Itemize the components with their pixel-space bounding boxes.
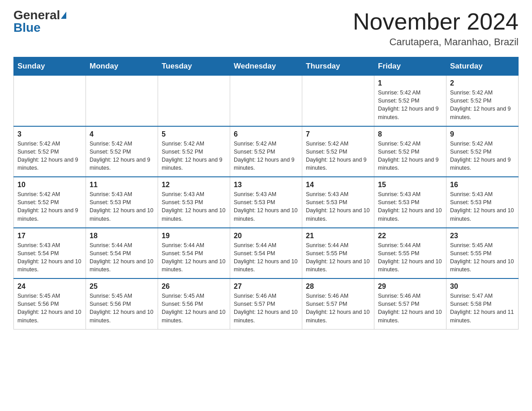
calendar-cell	[14, 76, 86, 126]
day-number: 24	[17, 283, 82, 291]
calendar-cell: 6Sunrise: 5:42 AM Sunset: 5:52 PM Daylig…	[230, 126, 302, 177]
calendar-cell: 20Sunrise: 5:44 AM Sunset: 5:54 PM Dayli…	[230, 228, 302, 279]
day-info: Sunrise: 5:42 AM Sunset: 5:52 PM Dayligh…	[90, 140, 154, 172]
header-saturday: Saturday	[446, 57, 519, 76]
day-info: Sunrise: 5:44 AM Sunset: 5:54 PM Dayligh…	[162, 241, 226, 274]
day-number: 25	[90, 283, 154, 291]
header-sunday: Sunday	[14, 57, 86, 76]
day-info: Sunrise: 5:45 AM Sunset: 5:55 PM Dayligh…	[450, 241, 515, 274]
calendar-cell: 7Sunrise: 5:42 AM Sunset: 5:52 PM Daylig…	[302, 126, 374, 177]
calendar-cell: 17Sunrise: 5:43 AM Sunset: 5:54 PM Dayli…	[14, 228, 86, 279]
day-number: 29	[378, 283, 442, 291]
calendar-cell: 22Sunrise: 5:44 AM Sunset: 5:55 PM Dayli…	[374, 228, 446, 279]
day-number: 4	[90, 130, 154, 138]
calendar-cell: 10Sunrise: 5:42 AM Sunset: 5:52 PM Dayli…	[14, 177, 86, 228]
day-number: 23	[450, 232, 515, 240]
calendar-cell: 29Sunrise: 5:46 AM Sunset: 5:57 PM Dayli…	[374, 278, 446, 329]
day-number: 16	[450, 181, 515, 189]
calendar-cell: 5Sunrise: 5:42 AM Sunset: 5:52 PM Daylig…	[158, 126, 230, 177]
calendar-week-row: 3Sunrise: 5:42 AM Sunset: 5:52 PM Daylig…	[14, 126, 519, 177]
day-number: 17	[17, 232, 82, 240]
calendar-cell: 26Sunrise: 5:45 AM Sunset: 5:56 PM Dayli…	[158, 278, 230, 329]
calendar-week-row: 17Sunrise: 5:43 AM Sunset: 5:54 PM Dayli…	[14, 228, 519, 279]
day-number: 15	[378, 181, 442, 189]
day-info: Sunrise: 5:43 AM Sunset: 5:53 PM Dayligh…	[306, 190, 370, 223]
calendar-week-row: 1Sunrise: 5:42 AM Sunset: 5:52 PM Daylig…	[14, 76, 519, 126]
calendar-cell: 21Sunrise: 5:44 AM Sunset: 5:55 PM Dayli…	[302, 228, 374, 279]
calendar-week-row: 24Sunrise: 5:45 AM Sunset: 5:56 PM Dayli…	[14, 278, 519, 329]
calendar-cell: 12Sunrise: 5:43 AM Sunset: 5:53 PM Dayli…	[158, 177, 230, 228]
day-info: Sunrise: 5:42 AM Sunset: 5:52 PM Dayligh…	[450, 140, 515, 172]
day-info: Sunrise: 5:43 AM Sunset: 5:54 PM Dayligh…	[17, 241, 82, 274]
day-number: 7	[306, 130, 370, 138]
header-tuesday: Tuesday	[158, 57, 230, 76]
day-info: Sunrise: 5:42 AM Sunset: 5:52 PM Dayligh…	[378, 140, 442, 172]
day-info: Sunrise: 5:46 AM Sunset: 5:57 PM Dayligh…	[306, 292, 370, 325]
logo: General Blue	[13, 9, 66, 34]
day-number: 9	[450, 130, 515, 138]
day-number: 21	[306, 232, 370, 240]
day-number: 26	[162, 283, 226, 291]
day-number: 1	[378, 79, 442, 87]
header-monday: Monday	[86, 57, 158, 76]
day-info: Sunrise: 5:42 AM Sunset: 5:52 PM Dayligh…	[378, 89, 442, 121]
day-number: 6	[234, 130, 298, 138]
header-thursday: Thursday	[302, 57, 374, 76]
calendar-cell: 25Sunrise: 5:45 AM Sunset: 5:56 PM Dayli…	[86, 278, 158, 329]
day-number: 22	[378, 232, 442, 240]
calendar-cell	[86, 76, 158, 126]
day-info: Sunrise: 5:44 AM Sunset: 5:55 PM Dayligh…	[378, 241, 442, 274]
day-info: Sunrise: 5:43 AM Sunset: 5:53 PM Dayligh…	[90, 190, 154, 223]
day-number: 5	[162, 130, 226, 138]
calendar-cell: 28Sunrise: 5:46 AM Sunset: 5:57 PM Dayli…	[302, 278, 374, 329]
calendar-week-row: 10Sunrise: 5:42 AM Sunset: 5:52 PM Dayli…	[14, 177, 519, 228]
location-text: Carutapera, Maranhao, Brazil	[353, 36, 519, 48]
day-info: Sunrise: 5:42 AM Sunset: 5:52 PM Dayligh…	[162, 140, 226, 172]
day-number: 27	[234, 283, 298, 291]
calendar-cell: 23Sunrise: 5:45 AM Sunset: 5:55 PM Dayli…	[446, 228, 519, 279]
calendar-cell: 8Sunrise: 5:42 AM Sunset: 5:52 PM Daylig…	[374, 126, 446, 177]
title-area: November 2024 Carutapera, Maranhao, Braz…	[353, 9, 519, 48]
calendar-header-row: SundayMondayTuesdayWednesdayThursdayFrid…	[14, 57, 519, 76]
day-info: Sunrise: 5:46 AM Sunset: 5:57 PM Dayligh…	[378, 292, 442, 325]
logo-blue-text: Blue	[13, 21, 41, 34]
calendar-cell	[230, 76, 302, 126]
day-info: Sunrise: 5:45 AM Sunset: 5:56 PM Dayligh…	[17, 292, 82, 325]
calendar-cell: 27Sunrise: 5:46 AM Sunset: 5:57 PM Dayli…	[230, 278, 302, 329]
day-info: Sunrise: 5:44 AM Sunset: 5:54 PM Dayligh…	[234, 241, 298, 274]
calendar-cell: 4Sunrise: 5:42 AM Sunset: 5:52 PM Daylig…	[86, 126, 158, 177]
calendar-cell: 16Sunrise: 5:43 AM Sunset: 5:53 PM Dayli…	[446, 177, 519, 228]
calendar-cell: 14Sunrise: 5:43 AM Sunset: 5:53 PM Dayli…	[302, 177, 374, 228]
header-friday: Friday	[374, 57, 446, 76]
day-number: 12	[162, 181, 226, 189]
calendar-cell: 18Sunrise: 5:44 AM Sunset: 5:54 PM Dayli…	[86, 228, 158, 279]
day-number: 13	[234, 181, 298, 189]
day-info: Sunrise: 5:42 AM Sunset: 5:52 PM Dayligh…	[234, 140, 298, 172]
day-number: 30	[450, 283, 515, 291]
day-number: 19	[162, 232, 226, 240]
day-info: Sunrise: 5:42 AM Sunset: 5:52 PM Dayligh…	[17, 190, 82, 223]
day-info: Sunrise: 5:45 AM Sunset: 5:56 PM Dayligh…	[90, 292, 154, 325]
day-number: 14	[306, 181, 370, 189]
calendar-cell: 19Sunrise: 5:44 AM Sunset: 5:54 PM Dayli…	[158, 228, 230, 279]
header-wednesday: Wednesday	[230, 57, 302, 76]
calendar-cell: 2Sunrise: 5:42 AM Sunset: 5:52 PM Daylig…	[446, 76, 519, 126]
month-title: November 2024	[353, 9, 519, 34]
calendar-cell: 24Sunrise: 5:45 AM Sunset: 5:56 PM Dayli…	[14, 278, 86, 329]
page-header: General Blue November 2024 Carutapera, M…	[13, 9, 519, 48]
day-number: 10	[17, 181, 82, 189]
calendar-cell: 15Sunrise: 5:43 AM Sunset: 5:53 PM Dayli…	[374, 177, 446, 228]
day-info: Sunrise: 5:42 AM Sunset: 5:52 PM Dayligh…	[450, 89, 515, 121]
day-number: 3	[17, 130, 82, 138]
day-info: Sunrise: 5:43 AM Sunset: 5:53 PM Dayligh…	[450, 190, 515, 223]
day-info: Sunrise: 5:42 AM Sunset: 5:52 PM Dayligh…	[306, 140, 370, 172]
day-info: Sunrise: 5:44 AM Sunset: 5:54 PM Dayligh…	[90, 241, 154, 274]
day-info: Sunrise: 5:46 AM Sunset: 5:57 PM Dayligh…	[234, 292, 298, 325]
calendar-table: SundayMondayTuesdayWednesdayThursdayFrid…	[13, 57, 519, 330]
calendar-cell	[158, 76, 230, 126]
calendar-cell: 13Sunrise: 5:43 AM Sunset: 5:53 PM Dayli…	[230, 177, 302, 228]
calendar-cell: 9Sunrise: 5:42 AM Sunset: 5:52 PM Daylig…	[446, 126, 519, 177]
day-info: Sunrise: 5:44 AM Sunset: 5:55 PM Dayligh…	[306, 241, 370, 274]
day-info: Sunrise: 5:42 AM Sunset: 5:52 PM Dayligh…	[17, 140, 82, 172]
day-number: 11	[90, 181, 154, 189]
